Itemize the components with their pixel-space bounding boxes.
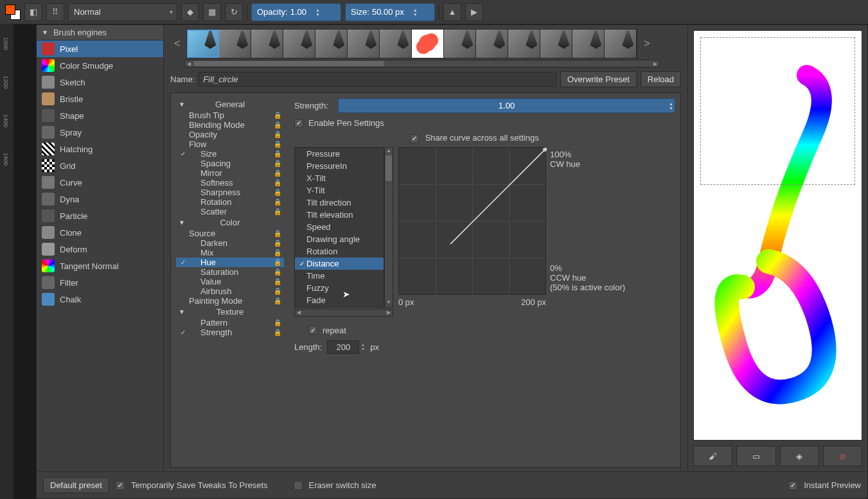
sensor-x-tilt[interactable]: X-Tilt: [295, 172, 384, 184]
engine-item-curve[interactable]: Curve: [37, 174, 163, 191]
preview-brush-tool[interactable]: 🖌: [693, 446, 732, 466]
option-mirror[interactable]: Mirror🔒: [176, 168, 284, 178]
alpha-lock-toggle[interactable]: ▦: [203, 3, 221, 21]
opacity-field[interactable]: Opacity: 1.00 ▲▼: [251, 3, 341, 21]
curve-graph[interactable]: [398, 147, 546, 295]
option-mix[interactable]: Mix🔒: [176, 248, 284, 258]
engine-item-particle[interactable]: Particle: [37, 207, 163, 224]
sensor-rotation[interactable]: Rotation: [295, 245, 384, 258]
reload-preset-button[interactable]: ↻: [225, 3, 243, 21]
engine-item-filter[interactable]: Filter: [37, 274, 163, 291]
preset-scroll-left[interactable]: <: [170, 38, 184, 49]
engine-item-color-smudge[interactable]: Color Smudge: [37, 57, 163, 74]
sensor-pressurein[interactable]: PressureIn: [295, 160, 384, 172]
option-opacity[interactable]: Opacity🔒: [176, 130, 284, 139]
preview-fill-tool[interactable]: ◈: [780, 446, 819, 466]
preview-clear-button[interactable]: ⊘: [823, 446, 862, 466]
options-group-header[interactable]: ▼Color: [176, 216, 284, 229]
sensor-y-tilt[interactable]: Y-Tilt: [295, 184, 384, 197]
engine-item-bristle[interactable]: Bristle: [37, 91, 163, 107]
enable-pen-checkbox[interactable]: ✓: [294, 119, 303, 128]
engine-item-shape[interactable]: Shape: [37, 107, 163, 124]
preset-thumb[interactable]: [380, 30, 412, 58]
preset-thumb[interactable]: [251, 30, 283, 58]
engine-item-dyna[interactable]: Dyna: [37, 191, 163, 207]
option-rotation[interactable]: Rotation🔒: [176, 197, 284, 207]
preset-scroll-right[interactable]: >: [640, 38, 653, 49]
preset-thumb[interactable]: [444, 30, 476, 58]
engine-item-sketch[interactable]: Sketch: [37, 74, 163, 91]
brush-engines-header[interactable]: ▼ Brush engines: [37, 25, 163, 40]
preset-thumb[interactable]: [508, 30, 540, 58]
option-brush-tip[interactable]: Brush Tip🔒: [176, 110, 284, 120]
option-darken[interactable]: Darken🔒: [176, 238, 284, 248]
option-sharpness[interactable]: Sharpness🔒: [176, 188, 284, 197]
options-group-header[interactable]: ▼General: [176, 98, 284, 110]
option-spacing[interactable]: Spacing🔒: [176, 159, 284, 168]
preview-canvas[interactable]: [693, 30, 862, 441]
option-scatter[interactable]: Scatter🔒: [176, 207, 284, 216]
option-size[interactable]: ✓Size🔒: [176, 149, 284, 159]
sensor-distance[interactable]: ✓Distance: [295, 258, 384, 270]
preset-thumb[interactable]: [476, 30, 508, 58]
preview-line-tool[interactable]: ▭: [736, 446, 775, 466]
engine-item-tangent-normal[interactable]: Tangent Normal: [37, 258, 163, 274]
preset-thumb[interactable]: [605, 30, 637, 58]
repeat-checkbox[interactable]: ✓: [308, 326, 317, 335]
preset-name-input[interactable]: [199, 72, 556, 87]
engine-item-hatching[interactable]: Hatching: [37, 141, 163, 157]
preset-thumb[interactable]: [219, 30, 251, 58]
sensor-scrollbar-v[interactable]: ▲▼: [384, 147, 393, 308]
option-pattern[interactable]: Pattern🔒: [176, 318, 284, 328]
blend-mode-dropdown[interactable]: Normal: [68, 3, 177, 21]
option-airbrush[interactable]: Airbrush🔒: [176, 286, 284, 296]
eraser-toggle[interactable]: ◆: [181, 3, 199, 21]
preset-thumb[interactable]: [315, 30, 348, 58]
engine-item-deform[interactable]: Deform: [37, 241, 163, 258]
eraser-size-checkbox[interactable]: [294, 481, 303, 490]
preset-thumb[interactable]: [540, 30, 572, 58]
share-curve-checkbox[interactable]: ✓: [410, 134, 419, 143]
sensor-drawing-angle[interactable]: Drawing angle: [295, 233, 384, 245]
option-saturation[interactable]: Saturation🔒: [176, 267, 284, 277]
color-swatch[interactable]: [5, 4, 21, 20]
default-preset-button[interactable]: Default preset: [43, 477, 109, 493]
engine-item-clone[interactable]: Clone: [37, 224, 163, 241]
mirror-horizontal-button[interactable]: ▲: [443, 3, 461, 21]
engine-item-grid[interactable]: Grid: [37, 157, 163, 174]
strength-slider[interactable]: 1.00 ▲▼: [338, 98, 675, 113]
option-blending-mode[interactable]: Blending Mode🔒: [176, 120, 284, 130]
size-field[interactable]: Size: 50.00 px ▲▼: [345, 3, 435, 21]
option-painting-mode[interactable]: Painting Mode🔒: [176, 296, 284, 306]
option-value[interactable]: Value🔒: [176, 277, 284, 286]
preset-thumb[interactable]: [283, 30, 315, 58]
engine-item-pixel[interactable]: Pixel: [37, 40, 163, 57]
sensor-pressure[interactable]: Pressure: [295, 148, 384, 160]
preset-thumb[interactable]: [572, 30, 605, 58]
temp-save-checkbox[interactable]: ✓: [116, 481, 125, 490]
sensor-speed[interactable]: Speed: [295, 221, 384, 233]
preset-scrollbar[interactable]: ◀▶: [184, 60, 660, 67]
sensor-fuzzy[interactable]: Fuzzy: [295, 282, 384, 294]
engine-item-spray[interactable]: Spray: [37, 124, 163, 141]
overwrite-preset-button[interactable]: Overwrite Preset: [560, 71, 637, 87]
option-flow[interactable]: Flow🔒: [176, 139, 284, 149]
option-hue[interactable]: ✓Hue🔒: [176, 258, 284, 267]
option-source[interactable]: Source🔒: [176, 229, 284, 238]
preset-thumb[interactable]: [412, 30, 444, 58]
sensor-time[interactable]: Time: [295, 270, 384, 282]
pattern-button[interactable]: ◧: [24, 3, 42, 21]
sensor-tilt-direction[interactable]: Tilt direction: [295, 197, 384, 209]
sensor-fade[interactable]: Fade: [295, 294, 384, 306]
preset-thumb[interactable]: [348, 30, 380, 58]
length-input[interactable]: [327, 340, 359, 354]
preset-thumb[interactable]: [187, 30, 219, 58]
sensor-tilt-elevation[interactable]: Tilt elevation: [295, 209, 384, 221]
brush-preset-button[interactable]: ⠿: [46, 3, 64, 21]
options-group-header[interactable]: ▼Texture: [176, 306, 284, 318]
engine-item-chalk[interactable]: Chalk: [37, 291, 163, 308]
instant-preview-checkbox[interactable]: ✓: [788, 481, 797, 490]
sensor-scrollbar-h[interactable]: ◀▶: [294, 309, 393, 317]
reload-preset-button[interactable]: Reload: [641, 71, 681, 87]
mirror-vertical-button[interactable]: ▶: [465, 3, 483, 21]
